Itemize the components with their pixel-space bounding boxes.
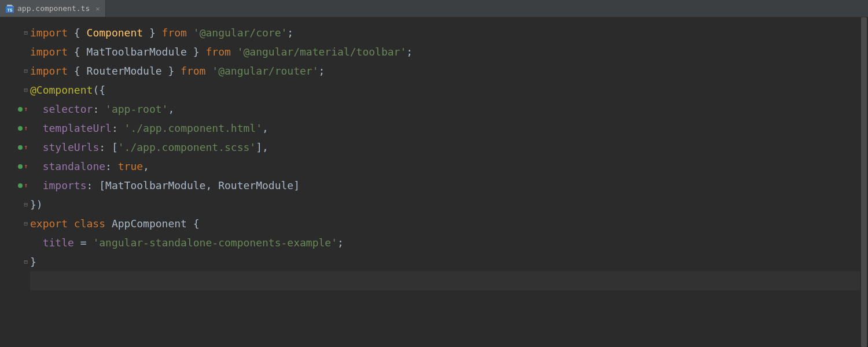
override-arrow-icon[interactable]: ↑: [24, 163, 28, 170]
code-token: '@angular/core': [193, 27, 288, 39]
code-line[interactable]: standalone: true,: [30, 157, 868, 176]
code-token: './app.component.scss': [118, 141, 256, 153]
code-token: from: [181, 65, 212, 77]
gutter-row: ↑: [0, 176, 30, 195]
code-line[interactable]: }): [30, 195, 868, 214]
code-token: ;: [406, 46, 413, 58]
code-token: import: [30, 27, 74, 39]
gutter-row: ⊟: [0, 214, 30, 233]
code-line[interactable]: @Component({: [30, 80, 868, 99]
code-area[interactable]: import { Component } from '@angular/core…: [30, 17, 868, 347]
gutter-row: ⊟: [0, 61, 30, 80]
inspection-marker-icon[interactable]: [18, 107, 23, 112]
code-token: {: [74, 65, 87, 77]
code-token: [30, 179, 43, 191]
file-tab[interactable]: TS app.component.ts ✕: [0, 0, 106, 17]
fold-toggle-icon[interactable]: ⊟: [24, 201, 28, 208]
code-token: from: [162, 27, 193, 39]
code-line[interactable]: import { Component } from '@angular/core…: [30, 23, 868, 42]
override-arrow-icon[interactable]: ↑: [24, 105, 28, 113]
inspection-marker-icon[interactable]: [18, 126, 23, 131]
fold-toggle-icon[interactable]: ⊟: [24, 258, 28, 265]
code-token: import: [30, 46, 74, 58]
typescript-file-icon: TS: [6, 5, 14, 13]
code-token: styleUrls: [43, 141, 100, 153]
code-token: '@angular/material/toolbar': [237, 46, 407, 58]
code-token: {: [74, 46, 87, 58]
code-line[interactable]: selector: 'app-root',: [30, 99, 868, 119]
code-token: {: [187, 217, 200, 230]
code-token: AppComponent: [112, 217, 187, 230]
code-token: }: [162, 65, 181, 77]
code-token: selector: [43, 103, 93, 115]
code-line[interactable]: styleUrls: ['./app.component.scss'],: [30, 138, 868, 157]
gutter-row: ⊟: [0, 252, 30, 271]
code-token: './app.component.html': [124, 122, 262, 134]
override-arrow-icon[interactable]: ↑: [24, 182, 28, 189]
code-editor[interactable]: ⊟⊟⊟↑↑↑↑↑⊟⊟⊟ import { Component } from '@…: [0, 17, 868, 347]
code-token: [30, 160, 43, 172]
code-token: {: [74, 27, 87, 39]
code-token: : [: [87, 179, 106, 191]
svg-text:TS: TS: [8, 8, 13, 12]
override-arrow-icon[interactable]: ↑: [24, 124, 28, 132]
editor-gutter: ⊟⊟⊟↑↑↑↑↑⊟⊟⊟: [0, 17, 30, 347]
gutter-row: ⊟: [0, 80, 30, 99]
code-token: [30, 122, 43, 134]
code-token: RouterModule: [218, 179, 293, 191]
gutter-row: [0, 271, 30, 290]
code-token: Component: [87, 27, 144, 39]
code-token: : [: [99, 141, 118, 153]
gutter-row: [0, 233, 30, 252]
code-token: :: [112, 122, 124, 134]
tab-filename: app.component.ts: [17, 4, 90, 13]
code-line[interactable]: [30, 271, 868, 290]
code-token: ],: [256, 141, 269, 153]
inspection-marker-icon[interactable]: [18, 145, 23, 150]
code-token: MatToolbarModule: [87, 46, 187, 58]
code-token: [30, 103, 43, 115]
gutter-row: ⊟: [0, 195, 30, 214]
code-token: =: [74, 237, 93, 249]
fold-toggle-icon[interactable]: ⊟: [24, 29, 28, 36]
fold-toggle-icon[interactable]: ⊟: [24, 86, 28, 94]
override-arrow-icon[interactable]: ↑: [24, 143, 28, 151]
code-token: :: [105, 160, 118, 172]
code-line[interactable]: import { MatToolbarModule } from '@angul…: [30, 42, 868, 61]
code-token: from: [205, 46, 237, 58]
inspection-marker-icon[interactable]: [18, 164, 23, 169]
code-token: ({: [93, 84, 105, 96]
gutter-row: ↑: [0, 138, 30, 157]
code-token: }: [30, 256, 36, 268]
fold-toggle-icon[interactable]: ⊟: [24, 220, 28, 227]
gutter-row: ↑: [0, 119, 30, 138]
code-token: :: [93, 103, 105, 115]
code-token: MatToolbarModule: [105, 179, 205, 191]
code-line[interactable]: templateUrl: './app.component.html',: [30, 119, 868, 138]
code-token: ,: [143, 160, 149, 172]
fold-toggle-icon[interactable]: ⊟: [24, 67, 28, 75]
code-line[interactable]: import { RouterModule } from '@angular/r…: [30, 61, 868, 80]
code-token: @Component: [30, 84, 93, 96]
tab-bar: TS app.component.ts ✕: [0, 0, 868, 17]
gutter-row: ↑: [0, 157, 30, 176]
code-line[interactable]: imports: [MatToolbarModule, RouterModule…: [30, 176, 868, 195]
code-line[interactable]: }: [30, 252, 868, 271]
code-token: true: [118, 160, 143, 172]
scrollbar-thumb[interactable]: [861, 17, 867, 347]
vertical-scrollbar[interactable]: [860, 17, 868, 347]
code-token: RouterModule: [87, 65, 162, 77]
code-token: ,: [205, 179, 218, 191]
code-token: title: [43, 237, 74, 249]
code-token: export class: [30, 217, 112, 230]
code-line[interactable]: export class AppComponent {: [30, 214, 868, 233]
code-token: ;: [287, 27, 293, 39]
inspection-marker-icon[interactable]: [18, 183, 23, 188]
code-token: [30, 141, 43, 153]
code-token: templateUrl: [43, 122, 112, 134]
close-icon[interactable]: ✕: [95, 5, 100, 13]
code-line[interactable]: title = 'angular-standalone-components-e…: [30, 233, 868, 252]
code-token: import: [30, 65, 74, 77]
code-token: }: [187, 46, 206, 58]
gutter-row: ⊟: [0, 23, 30, 42]
